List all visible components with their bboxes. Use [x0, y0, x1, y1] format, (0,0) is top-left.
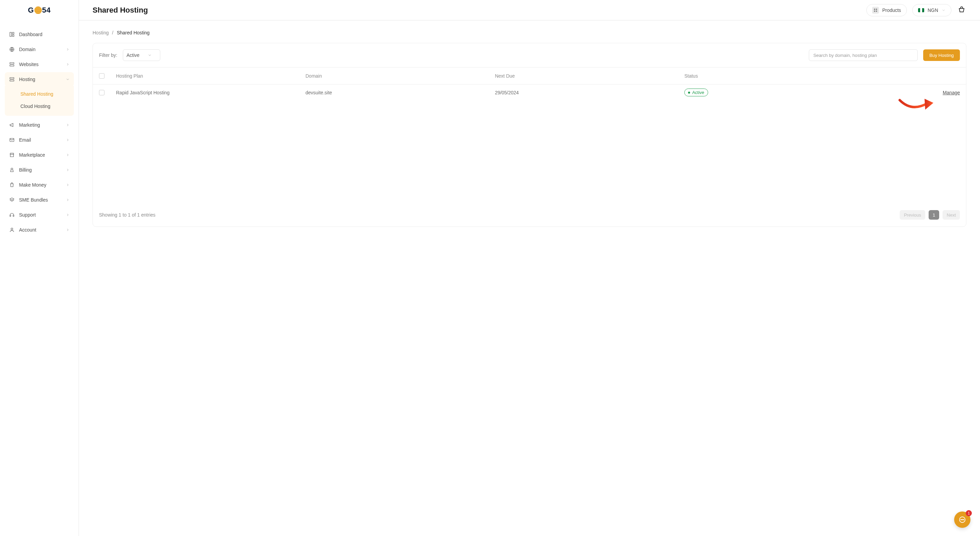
- svg-rect-13: [874, 8, 875, 10]
- search-input[interactable]: [809, 49, 918, 61]
- user-icon: [9, 227, 15, 233]
- svg-point-9: [11, 168, 13, 170]
- buy-hosting-button[interactable]: Buy Hosting: [923, 49, 960, 61]
- page-button-1[interactable]: 1: [929, 210, 939, 220]
- sidebar-subitem-label: Shared Hosting: [21, 91, 53, 97]
- sidebar-item-marketplace[interactable]: Marketplace: [5, 148, 74, 162]
- cell-domain: devsuite.site: [305, 90, 495, 95]
- bag-icon: [9, 182, 15, 188]
- prev-button[interactable]: Previous: [900, 210, 925, 220]
- sidebar-item-support[interactable]: Support: [5, 208, 74, 222]
- chevron-right-icon: [66, 168, 70, 172]
- content: Hosting / Shared Hosting Filter by: Acti…: [79, 21, 980, 236]
- chat-icon: [959, 516, 966, 523]
- currency-selector[interactable]: NGN: [912, 4, 951, 16]
- mail-icon: [9, 137, 15, 143]
- svg-rect-6: [10, 78, 14, 79]
- sidebar-item-marketing[interactable]: Marketing: [5, 118, 74, 132]
- chevron-right-icon: [66, 153, 70, 157]
- status-badge: Active: [684, 89, 708, 96]
- svg-rect-14: [876, 8, 877, 10]
- chat-fab[interactable]: 1: [954, 512, 970, 528]
- svg-rect-0: [10, 32, 11, 37]
- svg-rect-7: [10, 80, 14, 81]
- sidebar-subitem-cloud-hosting[interactable]: Cloud Hosting: [5, 100, 74, 112]
- chevron-right-icon: [66, 138, 70, 142]
- chevron-right-icon: [66, 62, 70, 66]
- hosting-panel: Filter by: Active Buy Hosting Hosting Pl…: [92, 43, 966, 227]
- next-button[interactable]: Next: [943, 210, 960, 220]
- server-icon: [9, 76, 15, 82]
- chevron-right-icon: [66, 228, 70, 232]
- sidebar-item-label: Websites: [19, 62, 38, 67]
- sidebar: G 54 Dashboard Domain: [0, 0, 79, 536]
- row-checkbox[interactable]: [99, 90, 105, 95]
- page-title: Shared Hosting: [92, 6, 148, 14]
- svg-point-18: [961, 519, 961, 520]
- store-icon: [9, 152, 15, 158]
- sidebar-item-label: Account: [19, 227, 37, 233]
- chevron-right-icon: [66, 213, 70, 217]
- filter-select[interactable]: Active: [123, 49, 160, 61]
- sidebar-subitem-shared-hosting[interactable]: Shared Hosting: [5, 88, 74, 100]
- logo[interactable]: G 54: [0, 0, 79, 21]
- wallet-icon: [9, 167, 15, 173]
- products-button[interactable]: Products: [866, 4, 907, 16]
- topbar: Shared Hosting Products NGN: [79, 0, 980, 21]
- sidebar-item-websites[interactable]: Websites: [5, 57, 74, 72]
- breadcrumb: Hosting / Shared Hosting: [92, 30, 966, 35]
- svg-rect-16: [876, 11, 877, 12]
- sidebar-item-domain[interactable]: Domain: [5, 42, 74, 56]
- logo-circle-icon: [34, 6, 42, 14]
- sidebar-item-label: Dashboard: [19, 32, 43, 37]
- sidebar-item-label: Marketplace: [19, 152, 45, 158]
- breadcrumb-parent[interactable]: Hosting: [92, 30, 108, 35]
- headset-icon: [9, 212, 15, 218]
- sidebar-item-label: Domain: [19, 47, 35, 52]
- table-row: Rapid JavaScript Hosting devsuite.site 2…: [93, 84, 966, 100]
- chevron-right-icon: [66, 123, 70, 127]
- svg-rect-10: [10, 215, 11, 217]
- server-icon: [9, 61, 15, 67]
- breadcrumb-separator: /: [112, 30, 113, 35]
- sidebar-item-billing[interactable]: Billing: [5, 163, 74, 177]
- sidebar-item-email[interactable]: Email: [5, 133, 74, 147]
- nigeria-flag-icon: [918, 8, 924, 12]
- breadcrumb-current: Shared Hosting: [117, 30, 150, 35]
- table-header: Hosting Plan Domain Next Due Status: [93, 67, 966, 84]
- sidebar-submenu-hosting: Shared Hosting Cloud Hosting: [5, 86, 74, 116]
- cell-next-due: 29/05/2024: [495, 90, 684, 95]
- col-domain: Domain: [305, 73, 495, 79]
- filter-label: Filter by:: [99, 53, 118, 58]
- panel-footer: Showing 1 to 1 of 1 entries Previous 1 N…: [93, 203, 966, 227]
- chevron-down-icon: [148, 53, 152, 57]
- chat-badge: 1: [966, 510, 972, 516]
- grid-icon: [872, 7, 879, 14]
- logo-text-prefix: G: [28, 6, 34, 14]
- logo-text-suffix: 54: [42, 6, 51, 14]
- svg-rect-2: [12, 35, 14, 37]
- svg-point-12: [11, 228, 13, 230]
- sidebar-nav: Dashboard Domain Websites: [0, 21, 79, 244]
- layers-icon: [9, 197, 15, 203]
- svg-point-19: [962, 519, 963, 520]
- svg-rect-15: [874, 11, 875, 12]
- select-all-checkbox[interactable]: [99, 73, 105, 79]
- sidebar-item-label: Make Money: [19, 182, 46, 188]
- sidebar-item-make-money[interactable]: Make Money: [5, 178, 74, 192]
- sidebar-item-label: SME Bundles: [19, 197, 48, 203]
- sidebar-item-label: Hosting: [19, 77, 35, 82]
- cart-button[interactable]: [957, 5, 966, 15]
- main: Shared Hosting Products NGN: [79, 0, 980, 536]
- pagination: Previous 1 Next: [900, 210, 960, 220]
- svg-rect-11: [13, 215, 14, 217]
- sidebar-item-account[interactable]: Account: [5, 223, 74, 237]
- manage-link[interactable]: Manage: [943, 90, 960, 95]
- sidebar-item-hosting[interactable]: Hosting: [5, 72, 74, 86]
- chevron-right-icon: [66, 198, 70, 202]
- chevron-right-icon: [66, 47, 70, 51]
- sidebar-item-sme-bundles[interactable]: SME Bundles: [5, 193, 74, 207]
- chevron-down-icon: [66, 77, 70, 81]
- products-label: Products: [882, 8, 901, 13]
- sidebar-item-dashboard[interactable]: Dashboard: [5, 27, 74, 41]
